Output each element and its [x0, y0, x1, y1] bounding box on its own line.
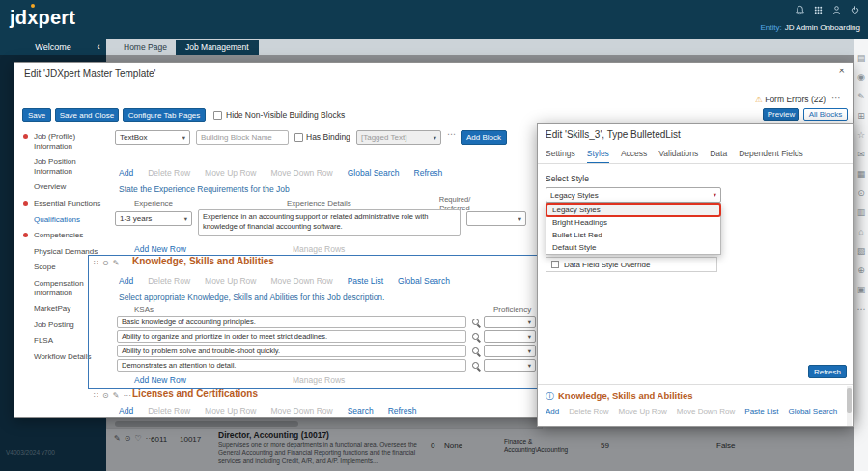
- preview-button[interactable]: Preview: [763, 108, 799, 121]
- tab-access[interactable]: Access: [621, 149, 647, 164]
- rail-icon[interactable]: ▣: [857, 286, 866, 294]
- delete-row-link[interactable]: Delete Row: [148, 168, 190, 178]
- panel-refresh-button[interactable]: Refresh: [808, 365, 847, 378]
- experience-add-new-row-link[interactable]: Add New Row: [134, 244, 186, 254]
- building-block-name-input[interactable]: Building Block Name: [196, 130, 289, 145]
- nav-job-position-information[interactable]: Job Position Information: [34, 157, 103, 176]
- add-link[interactable]: Add: [119, 276, 133, 286]
- move-down-row-link[interactable]: Move Down Row: [270, 276, 332, 286]
- nav-qualifications[interactable]: Qualifications: [34, 215, 103, 225]
- refresh-link[interactable]: Refresh: [414, 168, 443, 178]
- sidebar-welcome-tab[interactable]: Welcome ‹: [0, 39, 106, 55]
- power-icon[interactable]: [850, 5, 860, 15]
- has-binding-checkbox[interactable]: [294, 133, 303, 142]
- ksa-add-new-row-link[interactable]: Add New Row: [134, 375, 186, 385]
- rail-icon[interactable]: ⊙: [857, 189, 865, 198]
- proficiency-select[interactable]: ▾: [484, 330, 536, 343]
- ksa-row-input[interactable]: Basic knowledge of accounting principles…: [117, 316, 466, 328]
- search-icon[interactable]: [472, 319, 479, 325]
- rail-icon[interactable]: ☆: [857, 131, 865, 140]
- collapse-sidebar-icon[interactable]: ‹: [97, 41, 100, 52]
- option-default-style[interactable]: Default Style: [546, 241, 720, 254]
- tab-validations[interactable]: Validations: [658, 149, 698, 164]
- global-search-link[interactable]: Global Search: [348, 168, 400, 178]
- move-up-row-link[interactable]: Move Up Row: [205, 406, 256, 416]
- notification-bell-icon[interactable]: [795, 5, 805, 15]
- proficiency-select[interactable]: ▾: [484, 359, 536, 372]
- save-button[interactable]: Save: [22, 108, 51, 122]
- tab-home-page[interactable]: Home Page: [114, 40, 177, 55]
- tab-job-management[interactable]: Job Management: [176, 40, 259, 55]
- configure-tab-pages-button[interactable]: Configure Tab Pages: [123, 108, 206, 122]
- proficiency-select[interactable]: ▾: [484, 345, 536, 357]
- search-link[interactable]: Search: [348, 406, 374, 416]
- move-down-row-link[interactable]: Move Down Row: [270, 168, 332, 178]
- drag-handle-icon[interactable]: ∷: [94, 391, 98, 400]
- rail-icon[interactable]: ▥: [857, 208, 866, 217]
- move-down-row-link[interactable]: Move Down Row: [270, 406, 332, 416]
- proficiency-select[interactable]: ▾: [484, 316, 536, 328]
- ksa-manage-rows-link[interactable]: Manage Rows: [293, 375, 345, 385]
- rail-icon[interactable]: ▦: [857, 170, 866, 179]
- rail-icon[interactable]: ▧: [857, 247, 866, 256]
- apps-grid-icon[interactable]: [813, 5, 824, 15]
- global-search-link[interactable]: Global Search: [788, 407, 837, 416]
- entity-selector[interactable]: Entity:JD Admin Onboarding: [761, 23, 861, 32]
- move-up-row-link[interactable]: Move Up Row: [205, 276, 256, 286]
- ksa-row-input[interactable]: Ability to problem solve and trouble-sho…: [117, 345, 466, 357]
- move-down-row-link[interactable]: Move Down Row: [677, 407, 735, 416]
- tab-data[interactable]: Data: [710, 149, 727, 164]
- tab-styles[interactable]: Styles: [587, 149, 609, 164]
- ksa-row-input[interactable]: Demonstrates an attention to detail.: [117, 359, 466, 372]
- experience-details-textarea[interactable]: Experience in an accounting support or r…: [198, 209, 461, 236]
- rail-icon[interactable]: ✎: [857, 93, 865, 101]
- refresh-link[interactable]: Refresh: [388, 406, 417, 416]
- search-icon[interactable]: [472, 362, 479, 369]
- move-up-row-link[interactable]: Move Up Row: [619, 407, 667, 416]
- rail-icon[interactable]: ✉: [857, 151, 865, 159]
- paste-list-link[interactable]: Paste List: [348, 276, 383, 286]
- delete-row-link[interactable]: Delete Row: [569, 407, 608, 416]
- search-icon[interactable]: [472, 333, 479, 340]
- global-search-link[interactable]: Global Search: [398, 276, 450, 286]
- add-link[interactable]: Add: [119, 168, 133, 178]
- add-block-button[interactable]: Add Block: [461, 130, 507, 145]
- block-more-icon[interactable]: ⋯: [124, 259, 131, 267]
- tab-dependent-fields[interactable]: Dependent Fields: [739, 149, 803, 164]
- option-legacy-styles[interactable]: Legacy Styles: [546, 204, 720, 216]
- user-icon[interactable]: [831, 5, 842, 15]
- rail-icon[interactable]: ⊕: [857, 266, 865, 275]
- delete-row-link[interactable]: Delete Row: [148, 276, 190, 286]
- ksa-row-input[interactable]: Ability to organize and prioritize in or…: [117, 330, 466, 343]
- builder-more-icon[interactable]: ⋯: [447, 129, 456, 139]
- data-field-style-override-checkbox[interactable]: [551, 261, 559, 268]
- required-preferred-select[interactable]: ▾: [466, 211, 526, 226]
- drag-handle-icon[interactable]: ∷: [94, 259, 98, 267]
- save-and-close-button[interactable]: Save and Close: [55, 108, 119, 122]
- search-icon[interactable]: [472, 347, 479, 354]
- edit-block-icon[interactable]: ✎: [113, 391, 120, 400]
- nav-essential-functions[interactable]: Essential Functions: [34, 199, 103, 208]
- experience-manage-rows-link[interactable]: Manage Rows: [293, 244, 345, 254]
- toolbar-more-icon[interactable]: ⋯: [831, 93, 841, 103]
- edit-block-icon[interactable]: ✎: [113, 259, 120, 267]
- option-bright-headings[interactable]: Bright Headings: [546, 216, 720, 229]
- delete-row-link[interactable]: Delete Row: [148, 406, 190, 416]
- visibility-eye-icon[interactable]: ⊙: [102, 391, 109, 400]
- visibility-eye-icon[interactable]: ⊙: [102, 259, 109, 267]
- close-icon[interactable]: ×: [839, 65, 845, 76]
- block-type-select[interactable]: TextBox▾: [115, 130, 190, 145]
- experience-years-select[interactable]: 1-3 years▾: [115, 211, 192, 226]
- rail-icon[interactable]: ⌂: [858, 228, 863, 236]
- add-link[interactable]: Add: [546, 407, 559, 416]
- nav-overview[interactable]: Overview: [34, 182, 103, 192]
- rail-icon[interactable]: ⋯: [857, 305, 866, 314]
- add-link[interactable]: Add: [119, 406, 133, 416]
- all-blocks-button[interactable]: All Blocks: [803, 108, 848, 121]
- nav-job-profile-information[interactable]: Job (Profile) Information: [34, 132, 103, 151]
- form-errors-indicator[interactable]: ⚠ Form Errors (22): [755, 95, 826, 104]
- nav-competencies[interactable]: Competencies: [34, 231, 103, 240]
- rail-icon[interactable]: ◉: [857, 73, 865, 82]
- tab-settings[interactable]: Settings: [546, 149, 575, 164]
- option-bullet-list-red[interactable]: Bullet List Red: [546, 229, 720, 241]
